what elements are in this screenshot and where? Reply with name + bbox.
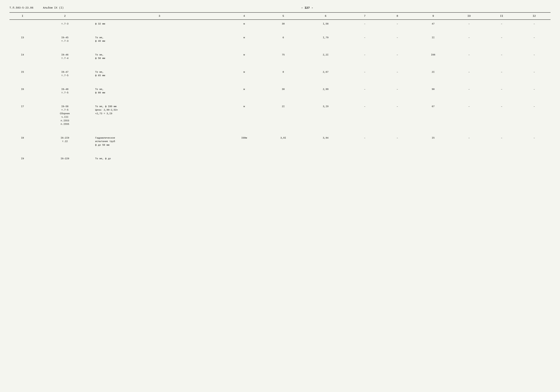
cell-r4-c1: I6 <box>10 85 36 97</box>
col-header-10: IO <box>453 12 485 20</box>
cell-r4-c10: – <box>453 85 485 97</box>
cell-r7-c10 <box>453 155 485 163</box>
cell-r6-c11: – <box>485 134 518 150</box>
cell-r7-c1: I9 <box>10 155 36 163</box>
cell-r6-c1: I8 <box>10 134 36 150</box>
cell-r2-c2: I6–46 т.7-4 <box>36 51 94 63</box>
doc-number: Т.П.503-5-23.86 <box>10 7 33 9</box>
cell-r1-c2: I6–45 т.7-3 <box>36 33 94 46</box>
cell-r4-c3: То же, ф 80 мм <box>94 85 225 97</box>
table-header-row: I 2 3 4 5 6 7 8 9 IO II I2 <box>10 12 550 20</box>
cell-r3-c7: – <box>348 68 381 80</box>
cell-r4-c6: 2,99 <box>303 85 349 97</box>
cell-r1-c1: I3 <box>10 33 36 46</box>
cell-r6-c6: 3,94 <box>303 134 349 150</box>
cell-r4-c8: – <box>381 85 414 97</box>
album-label: Альбом IX (I) <box>43 7 64 9</box>
cell-r0-c5: 30 <box>264 20 303 29</box>
cell-r7-c11 <box>485 155 518 163</box>
table-row: I6I6–48 т.7-5То же, ф 80 ммм302,99––90––… <box>10 85 550 97</box>
cell-r5-c6: 3,I9 <box>303 102 349 129</box>
cell-r2-c5: 75 <box>264 51 303 63</box>
cell-r5-c10: – <box>453 102 485 129</box>
table-row: I3I6–45 т.7-3То же, ф 40 ммм6I,79––II––– <box>10 33 550 46</box>
row-spacer <box>10 163 550 168</box>
cell-r1-c6: I,79 <box>303 33 349 46</box>
row-spacer <box>10 129 550 134</box>
cell-r6-c7: – <box>348 134 381 150</box>
cell-r4-c11: – <box>485 85 518 97</box>
cell-r4-c7: – <box>348 85 381 97</box>
cell-r7-c4 <box>225 155 264 163</box>
cell-r7-c8 <box>381 155 414 163</box>
cell-r7-c6 <box>303 155 349 163</box>
cell-r7-c12 <box>518 155 550 163</box>
row-spacer <box>10 97 550 102</box>
cell-r2-c7: – <box>348 51 381 63</box>
cell-r6-c5: 3,8I <box>264 134 303 150</box>
col-header-9: 9 <box>414 12 453 20</box>
cell-r5-c2: I6–58 т.7-5 Сборник ч.III п.I553 п.I555 <box>36 102 94 129</box>
cell-r2-c1: I4 <box>10 51 36 63</box>
cell-r3-c1: I5 <box>10 68 36 80</box>
cell-r2-c9: I66 <box>414 51 453 63</box>
cell-r6-c10: – <box>453 134 485 150</box>
page-number: - I27 - <box>301 6 313 10</box>
cell-r4-c5: 30 <box>264 85 303 97</box>
cell-r3-c3: То же, ф 65 мм <box>94 68 225 80</box>
cell-r5-c4: м <box>225 102 264 129</box>
cell-r2-c6: 2,2I <box>303 51 349 63</box>
cell-r7-c2: I6–229 <box>36 155 94 163</box>
col-header-8: 8 <box>381 12 414 20</box>
cell-r5-c9: 67 <box>414 102 453 129</box>
cell-r0-c1 <box>10 20 36 29</box>
cell-r5-c7: – <box>348 102 381 129</box>
cell-r2-c4: м <box>225 51 264 63</box>
cell-r4-c2: I6–48 т.7-5 <box>36 85 94 97</box>
cell-r4-c12: – <box>518 85 550 97</box>
row-spacer <box>10 149 550 155</box>
cell-r1-c11: – <box>485 33 518 46</box>
col-header-3: 3 <box>94 12 225 20</box>
cell-r1-c4: м <box>225 33 264 46</box>
cell-r0-c10: – <box>453 20 485 29</box>
cell-r0-c8: – <box>381 20 414 29</box>
col-header-6: 6 <box>303 12 349 20</box>
table-row: I4I6–46 т.7-4То же, ф 50 ммм752,2I––I66–… <box>10 51 550 63</box>
cell-r3-c8: – <box>381 68 414 80</box>
cell-r7-c5 <box>264 155 303 163</box>
cell-r2-c3: То же, ф 50 мм <box>94 51 225 63</box>
cell-r6-c8: – <box>381 134 414 150</box>
cell-r1-c9: II <box>414 33 453 46</box>
row-spacer <box>10 46 550 51</box>
cell-r5-c3: То же, ф IOO мм Цена: 2,99-2,53+ +2,73 =… <box>94 102 225 129</box>
row-spacer <box>10 80 550 85</box>
cell-r6-c9: I5 <box>414 134 453 150</box>
cell-r0-c4: м <box>225 20 264 29</box>
cell-r2-c10: – <box>453 51 485 63</box>
cell-r5-c5: 2I <box>264 102 303 129</box>
cell-r1-c8: – <box>381 33 414 46</box>
cell-r0-c6: I,58 <box>303 20 349 29</box>
cell-r0-c11: – <box>485 20 518 29</box>
cell-r1-c5: 6 <box>264 33 303 46</box>
cell-r0-c2: т.7-3 <box>36 20 94 29</box>
cell-r1-c7: – <box>348 33 381 46</box>
cell-r3-c5: 8 <box>264 68 303 80</box>
table-row: I8I6–2I9 т.22Гидравлическое испытание тр… <box>10 134 550 150</box>
cell-r3-c6: 2,67 <box>303 68 349 80</box>
table-row: I9I6–229То же, ф до <box>10 155 550 163</box>
col-header-12: I2 <box>518 12 550 20</box>
cell-r2-c12: – <box>518 51 550 63</box>
cell-r0-c12: – <box>518 20 550 29</box>
cell-r3-c10: – <box>453 68 485 80</box>
header-left: Т.П.503-5-23.86 Альбом IX (I) <box>10 7 64 9</box>
cell-r5-c12: – <box>518 102 550 129</box>
cell-r1-c3: То же, ф 40 мм <box>94 33 225 46</box>
cell-r1-c12: – <box>518 33 550 46</box>
cell-r3-c4: м <box>225 68 264 80</box>
cell-r3-c11: – <box>485 68 518 80</box>
cell-r3-c2: I6–47 т.7-5 <box>36 68 94 80</box>
cell-r4-c9: 90 <box>414 85 453 97</box>
col-header-1: I <box>10 12 36 20</box>
